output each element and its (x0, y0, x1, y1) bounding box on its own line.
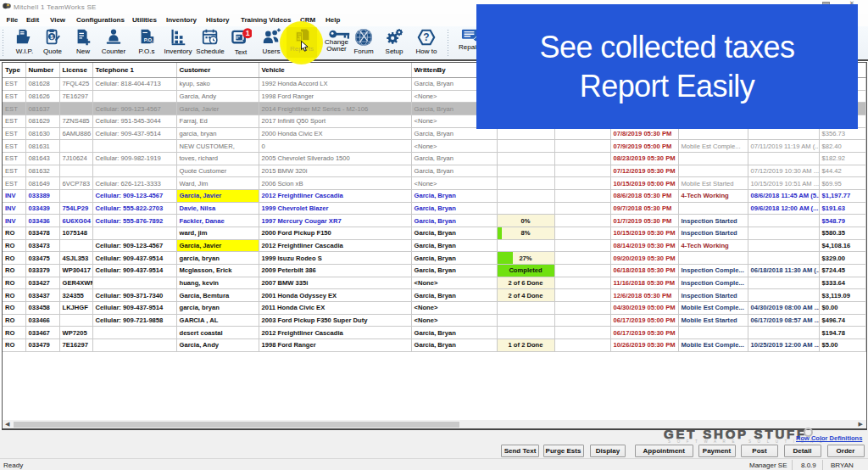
svg-text:P.O.: P.O. (144, 37, 153, 42)
svg-text:?: ? (423, 31, 429, 43)
svg-text:$: $ (50, 33, 53, 40)
svg-text:1: 1 (246, 29, 250, 37)
